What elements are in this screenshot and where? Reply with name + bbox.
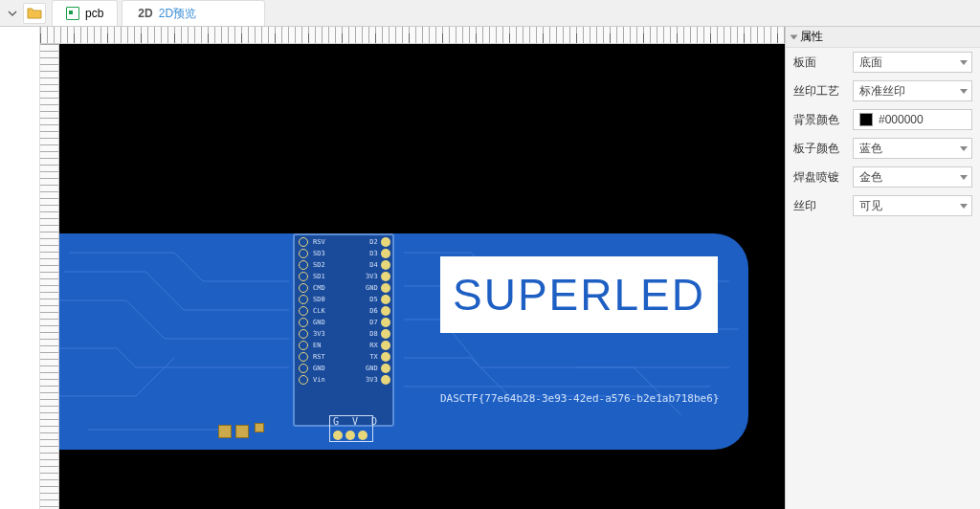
tab-pcb[interactable]: pcb — [52, 0, 118, 26]
prop-side-select[interactable]: 底面 — [853, 52, 972, 73]
prop-side-label: 板面 — [793, 55, 853, 71]
prop-silkv-label: 丝印 — [793, 198, 853, 214]
pin-labels-right: D2 D3 D4 3V3 GND D5 D6 D7 D8 RX TX GND 3… — [366, 236, 378, 386]
gold-pad-1 — [218, 425, 232, 438]
left-gutter — [0, 27, 40, 509]
flag-text: DASCTF{77e64b28-3e93-42ed-a576-b2e1ab718… — [440, 392, 719, 405]
folder-button[interactable] — [23, 3, 46, 24]
pads-left — [299, 237, 308, 387]
vertical-ruler — [40, 44, 59, 509]
prop-board-label: 板子颜色 — [793, 141, 853, 157]
gold-pad-3 — [255, 423, 264, 432]
gold-pad-2 — [235, 425, 249, 438]
gvd-pads — [333, 431, 368, 440]
prop-board-select[interactable]: 蓝色 — [853, 138, 972, 159]
prop-side: 板面 底面 — [786, 48, 980, 77]
superled-silkscreen: SUPERLED — [440, 256, 718, 333]
prop-board: 板子颜色 蓝色 — [786, 134, 980, 163]
prop-pad-label: 焊盘喷镀 — [793, 169, 853, 186]
canvas-wrap: RSV SD3 SD2 SD1 CMD SD0 CLK GND 3V3 EN R… — [40, 27, 785, 509]
superled-text: SUPERLED — [453, 269, 705, 321]
pcb-canvas[interactable]: RSV SD3 SD2 SD1 CMD SD0 CLK GND 3V3 EN R… — [59, 44, 785, 509]
prop-bg-input[interactable]: #000000 — [853, 109, 972, 130]
prop-silk: 丝印工艺 标准丝印 — [786, 77, 980, 105]
prop-pad: 焊盘喷镀 金色 — [786, 163, 980, 191]
tab-2d-title: 2D预览 — [159, 6, 196, 22]
main-area: RSV SD3 SD2 SD1 CMD SD0 CLK GND 3V3 EN R… — [0, 27, 980, 509]
prop-silk-select[interactable]: 标准丝印 — [853, 80, 972, 101]
pads-right — [381, 237, 390, 387]
tab-2d-badge: 2D — [138, 7, 152, 20]
pin-labels-left: RSV SD3 SD2 SD1 CMD SD0 CLK GND 3V3 EN R… — [313, 236, 325, 386]
properties-panel: 属性 板面 底面 丝印工艺 标准丝印 背景颜色 #000000 板子颜色 蓝色 … — [785, 27, 980, 509]
color-swatch — [859, 113, 873, 126]
prop-bg-label: 背景颜色 — [793, 112, 853, 128]
gvd-label: G V D — [333, 416, 381, 427]
pcb-board: RSV SD3 SD2 SD1 CMD SD0 CLK GND 3V3 EN R… — [59, 233, 748, 450]
prop-bg: 背景颜色 #000000 — [786, 105, 980, 134]
prop-silkv: 丝印 可见 — [786, 191, 980, 220]
properties-title: 属性 — [800, 29, 823, 45]
triangle-icon — [791, 34, 798, 39]
pcb-icon — [66, 7, 79, 20]
properties-header[interactable]: 属性 — [786, 27, 980, 48]
tab-pcb-label: pcb — [85, 7, 103, 20]
prop-silkv-select[interactable]: 可见 — [853, 195, 972, 216]
tab-2d-preview[interactable]: 2D 2D预览 — [122, 0, 265, 26]
prop-pad-select[interactable]: 金色 — [853, 166, 972, 188]
tab-bar: pcb 2D 2D预览 — [0, 0, 980, 27]
chevron-down-icon[interactable] — [4, 5, 21, 22]
prop-silk-label: 丝印工艺 — [793, 83, 853, 100]
horizontal-ruler — [40, 27, 785, 44]
